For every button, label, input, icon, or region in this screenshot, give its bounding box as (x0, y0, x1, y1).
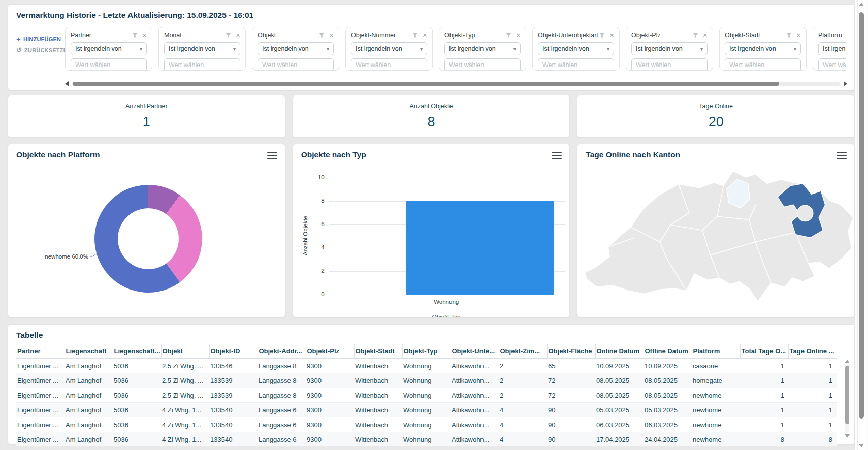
filter-close-icon[interactable]: ✕ (329, 32, 334, 39)
add-filter-button[interactable]: + HINZUFÜGEN (16, 36, 65, 42)
table-cell: Eigentümer ... (16, 432, 65, 447)
table-cell: casaone (692, 359, 740, 373)
filter-value-input[interactable]: Wert wählen (164, 58, 240, 71)
filter-title: Objekt (258, 31, 319, 39)
page-scroll-track[interactable] (859, 8, 864, 442)
filter-funnel-icon[interactable] (319, 33, 325, 38)
filter-operator-select[interactable]: Ist irgendein von▾ (725, 42, 801, 55)
filter-funnel-icon[interactable] (132, 33, 138, 38)
filter-operator-select[interactable]: Ist irgendein von▾ (164, 42, 240, 55)
table-cell: 1 (740, 403, 788, 417)
filter-funnel-icon[interactable] (412, 33, 418, 38)
column-header-online-datum[interactable]: Online Datum (595, 344, 644, 359)
column-header-objekt-unte[interactable]: Objekt-Unte... (451, 344, 499, 359)
column-header-platform[interactable]: Platform (692, 344, 740, 359)
y-tick-label: 8 (305, 198, 325, 204)
page-scroll-down-icon[interactable] (859, 444, 864, 447)
scroll-left-icon[interactable] (65, 81, 69, 86)
filter-value-input[interactable]: Wert wählen (631, 58, 708, 71)
filter-funnel-icon[interactable] (599, 33, 605, 38)
filter-title: Objekt-Plz (631, 31, 693, 39)
filters-horizontal-scrollbar (65, 81, 847, 86)
column-header-partner[interactable]: Partner (16, 344, 65, 359)
table-cell: Wohnung (402, 417, 451, 432)
bar-wohnung[interactable] (406, 201, 554, 295)
column-header-offline-datum[interactable]: Offline Datum (644, 344, 692, 359)
table-row[interactable]: Eigentümer ...Am Langhof50362.5 Zi Whg. … (16, 388, 837, 403)
table-row[interactable]: Eigentümer ...Am Langhof50364 Zi Whg. 1.… (16, 403, 837, 417)
filter-close-icon[interactable]: ✕ (142, 32, 147, 39)
kpi-label: Anzahl Objekte (293, 103, 570, 110)
filter-value-input[interactable]: Wert wählen (538, 58, 614, 71)
scroll-down-icon[interactable] (845, 434, 850, 438)
column-header-objekt-typ[interactable]: Objekt-Typ (402, 344, 451, 359)
scroll-right-icon[interactable] (844, 81, 847, 86)
filter-operator-select[interactable]: Ist irgendein von▾ (818, 42, 846, 55)
filter-close-icon[interactable]: ✕ (516, 32, 521, 39)
filter-close-icon[interactable]: ✕ (423, 32, 427, 39)
y-tick-label: 0 (305, 291, 325, 297)
y-tick-label: 10 (305, 174, 325, 180)
filter-value-input[interactable]: Wert wählen (444, 58, 521, 71)
filter-value-input[interactable]: Wert wählen (725, 58, 801, 71)
column-header-objekt-fl-che[interactable]: Objekt-Fläche (547, 344, 595, 359)
filter-close-icon[interactable]: ✕ (703, 32, 708, 39)
table-cell: 133540 (209, 432, 258, 447)
column-header-objekt-addr[interactable]: Objekt-Addr... (258, 344, 306, 359)
page-scroll-up-icon[interactable] (859, 3, 864, 6)
horizontal-scroll-thumb[interactable] (73, 82, 779, 86)
table-row[interactable]: Eigentümer ...Am Langhof50362.5 Zi Whg. … (16, 359, 837, 373)
horizontal-scroll-track[interactable] (72, 82, 840, 86)
menu-icon[interactable] (552, 152, 562, 161)
filter-operator-select[interactable]: Ist irgendein von▾ (538, 42, 614, 55)
table-cell: 17.04.2025 (595, 432, 644, 447)
table-scroll-thumb[interactable] (845, 366, 849, 424)
column-header-liegenschaft[interactable]: Liegenschaft... (113, 344, 161, 359)
filter-close-icon[interactable]: ✕ (609, 32, 614, 39)
table-scroll-track[interactable] (845, 365, 849, 433)
table-row[interactable]: Eigentümer ...Am Langhof50362.5 Zi Whg. … (16, 373, 837, 388)
column-header-objekt[interactable]: Objekt (161, 344, 209, 359)
page-scroll-thumb[interactable] (859, 12, 864, 419)
menu-icon[interactable] (837, 152, 847, 161)
filter-value-input[interactable]: Wert wählen (258, 58, 334, 71)
filter-value-input[interactable]: Wert wählen (351, 58, 427, 71)
column-header-total-tage-o[interactable]: Total Tage O... (740, 344, 788, 359)
filter-card-platform: Platform✕Ist irgendein von▾Wert wählen (813, 27, 846, 71)
menu-icon[interactable] (267, 152, 277, 161)
filter-funnel-icon[interactable] (506, 33, 511, 38)
filter-operator-select[interactable]: Ist irgendein von▾ (631, 42, 708, 55)
filter-close-icon[interactable]: ✕ (796, 32, 801, 39)
table-row[interactable]: Eigentümer ...Am Langhof50364 Zi Whg. 1.… (16, 417, 837, 432)
kpi-label: Anzahl Partner (8, 103, 285, 110)
filter-close-icon[interactable]: ✕ (236, 32, 240, 39)
table-cell: 4 Zi Whg. 1... (161, 403, 209, 417)
filter-value-input[interactable]: Wert wählen (818, 58, 846, 71)
table-row[interactable]: Eigentümer ...Am Langhof50364 Zi Whg. 1.… (16, 432, 837, 447)
table-cell: Wohnung (402, 373, 451, 388)
filter-operator-select[interactable]: Ist irgendein von▾ (71, 42, 147, 55)
filter-operator-select[interactable]: Ist irgendein von▾ (351, 42, 427, 55)
chart-title: Tage Online nach Kanton (586, 150, 680, 159)
column-header-objekt-zim[interactable]: Objekt-Zim... (499, 344, 547, 359)
scroll-up-icon[interactable] (845, 360, 850, 363)
column-header-liegenschaft[interactable]: Liegenschaft (65, 344, 113, 359)
caret-down-icon: ▾ (513, 46, 516, 52)
donut-slice-homegate[interactable] (166, 195, 202, 282)
column-header-objekt-stadt[interactable]: Objekt-Stadt (354, 344, 402, 359)
filter-operator-select[interactable]: Ist irgendein von▾ (258, 42, 334, 55)
filter-actions: + HINZUFÜGEN ↺ ZURÜCKSETZEN (16, 27, 65, 71)
table-header-row: PartnerLiegenschaftLiegenschaft...Objekt… (16, 344, 837, 359)
table-panel: Tabelle PartnerLiegenschaftLiegenschaft.… (8, 324, 855, 445)
table-cell: Eigentümer ... (16, 403, 65, 417)
filter-operator-select[interactable]: Ist irgendein von▾ (444, 42, 521, 55)
table-cell: 5036 (113, 403, 161, 417)
filter-funnel-icon[interactable] (786, 33, 792, 38)
filter-funnel-icon[interactable] (226, 33, 231, 38)
column-header-tage-online[interactable]: Tage Online ... (788, 344, 837, 359)
reset-filters-button[interactable]: ↺ ZURÜCKSETZEN (16, 47, 65, 53)
filter-funnel-icon[interactable] (693, 33, 698, 38)
filter-value-input[interactable]: Wert wählen (71, 58, 147, 71)
column-header-objekt-id[interactable]: Objekt-ID (209, 344, 258, 359)
column-header-objekt-plz[interactable]: Objekt-Plz (306, 344, 354, 359)
